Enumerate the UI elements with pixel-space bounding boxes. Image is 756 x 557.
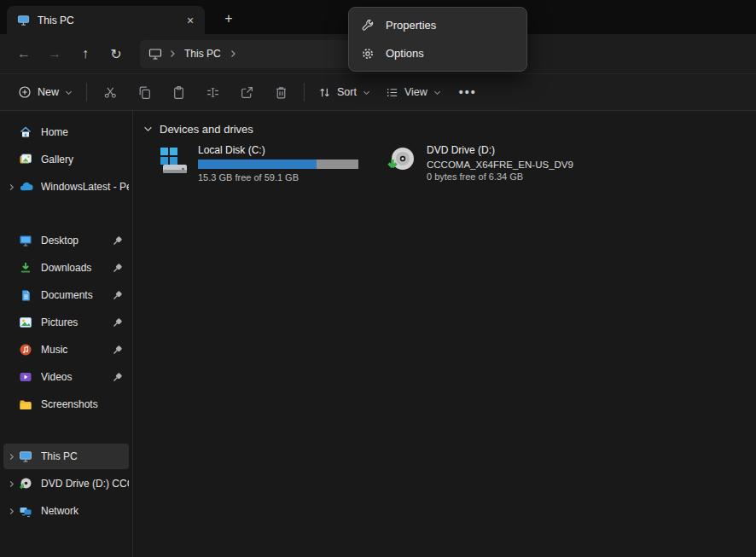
sort-button[interactable]: Sort [311,78,378,107]
sidebar-item-label: Music [41,344,113,356]
sidebar-item-label: WindowsLatest - Pe [41,181,129,193]
sidebar-item-label: Videos [41,371,113,383]
local-disk-icon [155,144,189,178]
drive-tile-dvd-d[interactable]: DVD Drive (D:) CCCOMA_X64FRE_EN-US_DV9 0… [384,144,597,183]
command-toolbar: New Sort View ••• [0,73,756,111]
forward-icon[interactable]: → [39,39,70,68]
sidebar-item-gallery[interactable]: Gallery [3,147,129,172]
toolbar-divider [304,83,305,102]
drive-name: Local Disk (C:) [198,144,358,156]
view-button[interactable]: View [378,78,449,107]
sidebar-item-onedrive[interactable]: WindowsLatest - Pe [3,174,129,200]
volume-label: CCCOMA_X64FRE_EN-US_DV9 [427,160,573,170]
sidebar-item-label: Desktop [41,235,113,247]
chevron-right-icon[interactable] [4,480,18,488]
home-icon [18,125,33,140]
plus-circle-icon [18,85,32,99]
drive-tile-local-disk-c[interactable]: Local Disk (C:) 15.3 GB free of 59.1 GB [155,144,369,183]
new-button[interactable]: New [10,78,80,107]
videos-icon [18,369,33,385]
chevron-down-icon [363,89,370,96]
chevron-right-icon[interactable] [4,508,18,515]
menu-item-label: Options [386,47,424,60]
section-devices-and-drives[interactable]: Devices and drives [143,123,756,136]
chevron-down-icon[interactable] [143,125,153,134]
close-tab-icon[interactable]: × [181,11,200,30]
tab-label: This PC [38,15,173,26]
sidebar-item-label: DVD Drive (D:) CCC [41,478,129,490]
copy-icon[interactable] [127,78,161,107]
see-more-context-menu: Properties Options [348,7,527,72]
paste-icon[interactable] [161,78,195,107]
section-title: Devices and drives [160,123,253,136]
sidebar-item-label: Screenshots [41,398,129,410]
sidebar-item-desktop[interactable]: Desktop [3,228,129,253]
dvd-disc-icon [18,476,33,491]
sidebar-item-this-pc[interactable]: This PC [3,444,129,469]
sidebar-item-documents[interactable]: Documents [3,282,129,308]
up-icon[interactable]: ↑ [70,39,101,68]
this-pc-monitor-icon [17,14,30,26]
new-button-label: New [38,86,59,98]
new-tab-button[interactable]: + [218,9,239,28]
music-icon [18,342,33,357]
cut-icon[interactable] [93,78,127,107]
pin-icon [113,235,125,246]
sort-arrows-icon [318,86,331,99]
chevron-right-icon[interactable] [4,453,18,461]
chevron-down-icon [65,89,73,96]
sidebar-item-label: Network [41,505,129,517]
dvd-drive-icon [384,144,418,178]
pictures-icon [18,315,33,330]
sidebar-item-screenshots[interactable]: Screenshots [3,392,129,417]
sidebar-item-music[interactable]: Music [3,337,129,363]
sidebar-item-label: Downloads [41,262,113,274]
onedrive-cloud-icon [18,179,33,194]
sidebar-item-network[interactable]: Network [3,498,129,524]
sidebar-spacer [0,419,132,444]
delete-icon[interactable] [264,78,298,107]
sort-button-label: Sort [337,86,357,98]
menu-item-options[interactable]: Options [352,39,523,67]
menu-item-properties[interactable]: Properties [352,11,523,39]
rename-icon[interactable] [195,78,230,107]
folder-icon [18,397,33,412]
refresh-icon[interactable]: ↻ [101,39,131,68]
chevron-right-icon[interactable] [4,183,18,191]
list-view-icon [386,86,398,99]
sidebar-item-label: Home [41,126,129,138]
main-area: Home Gallery WindowsLatest - Pe Desktop [0,111,756,557]
breadcrumb-this-pc[interactable]: This PC [183,48,223,60]
sidebar-item-label: Gallery [41,154,129,165]
desktop-icon [18,233,33,248]
pin-icon [113,317,125,328]
sidebar-item-label: Pictures [41,316,113,328]
drive-tiles: Local Disk (C:) 15.3 GB free of 59.1 GB [143,144,756,183]
this-pc-monitor-icon [18,449,33,464]
options-gear-icon [361,47,375,61]
sidebar-item-dvd-drive[interactable]: DVD Drive (D:) CCC [3,471,129,496]
documents-icon [18,287,33,303]
tab-this-pc[interactable]: This PC × [7,6,205,34]
share-icon[interactable] [230,78,264,107]
view-button-label: View [404,86,427,98]
network-icon [18,503,33,519]
chevron-down-icon [433,89,441,96]
pin-icon [113,263,125,273]
pin-icon [113,372,125,382]
see-more-button[interactable]: ••• [449,78,487,107]
sidebar-item-downloads[interactable]: Downloads [3,255,129,281]
downloads-icon [18,260,33,276]
back-icon[interactable]: ← [9,39,39,68]
sidebar-item-videos[interactable]: Videos [3,364,129,390]
capacity-bar [198,160,358,169]
sidebar-item-home[interactable]: Home [3,119,129,145]
toolbar-divider [86,83,87,102]
sidebar-item-label: This PC [41,450,129,462]
this-pc-monitor-icon [148,47,162,61]
chevron-right-icon[interactable] [229,49,237,58]
drive-info: Local Disk (C:) 15.3 GB free of 59.1 GB [198,144,358,183]
sidebar-item-pictures[interactable]: Pictures [3,310,129,335]
pin-icon [113,290,125,300]
menu-item-label: Properties [386,19,436,32]
